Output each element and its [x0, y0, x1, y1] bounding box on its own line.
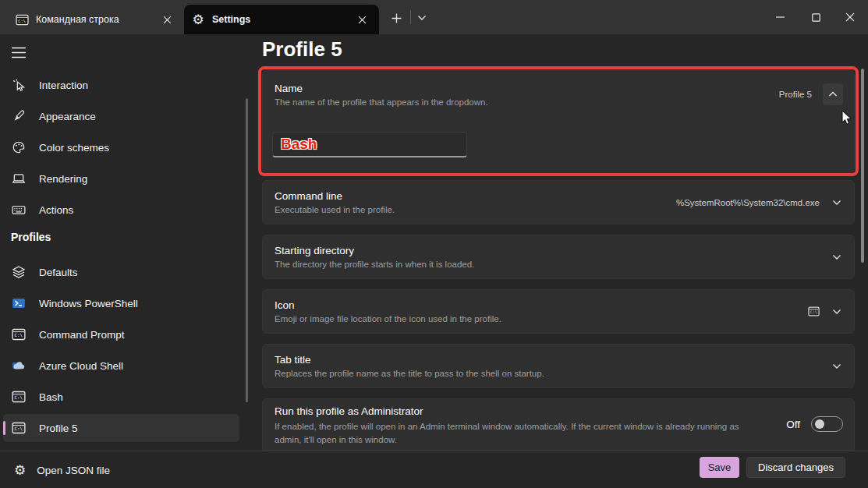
paintbrush-icon — [11, 108, 27, 124]
sidebar-item-profile-5[interactable]: C:\ Profile 5 — [3, 414, 239, 442]
close-icon — [845, 12, 855, 22]
svg-text:C:\: C:\ — [18, 18, 26, 23]
setting-card-name[interactable]: Name The name of the profile that appear… — [262, 69, 855, 174]
new-tab-button[interactable] — [385, 7, 407, 29]
sidebar-item-label: Profile 5 — [39, 423, 78, 434]
tab-settings[interactable]: ⚙ Settings — [184, 5, 379, 34]
azure-cloud-icon — [11, 358, 27, 373]
sidebar-item-color-schemes[interactable]: Color schemes — [0, 132, 245, 163]
admin-toggle-switch[interactable] — [811, 416, 843, 432]
settings-footer: ⚙ Open JSON file Save Discard changes — [0, 451, 868, 488]
open-new-tab-dropdown-button[interactable] — [413, 9, 431, 27]
profile-name-input[interactable] — [272, 132, 467, 157]
close-window-button[interactable] — [832, 0, 868, 34]
chevron-down-icon[interactable] — [831, 196, 843, 209]
navigation-menu-button[interactable] — [8, 41, 36, 64]
interaction-cursor-icon — [11, 77, 27, 93]
settings-main-panel: Profile 5 Name The name of the profile t… — [250, 34, 868, 451]
sidebar-item-label: Defaults — [39, 267, 78, 278]
powershell-icon — [11, 295, 27, 311]
setting-card-command-line[interactable]: Command line Executable used in the prof… — [262, 180, 855, 225]
sidebar-item-interaction[interactable]: Interaction — [0, 69, 245, 101]
save-button[interactable]: Save — [700, 457, 739, 478]
svg-text:C:\: C:\ — [14, 395, 23, 400]
gear-icon: ⚙ — [14, 464, 26, 477]
chevron-down-icon[interactable] — [831, 251, 843, 263]
setting-description: The name of the profile that appears in … — [275, 97, 488, 107]
cmd-icon: C:\ — [11, 327, 27, 342]
profile-icon-preview: C:\ — [808, 306, 820, 317]
collapse-expander-button[interactable] — [823, 83, 843, 105]
setting-card-starting-directory[interactable]: Starting directory The directory the pro… — [262, 235, 855, 279]
laptop-icon — [11, 171, 27, 186]
toggle-state-label: Off — [786, 419, 800, 430]
setting-title: Icon — [275, 299, 501, 311]
layers-icon — [11, 264, 27, 280]
sidebar-item-label: Command Prompt — [39, 329, 125, 341]
setting-title: Command line — [275, 190, 395, 202]
setting-current-value: Profile 5 — [779, 90, 812, 99]
sidebar-item-windows-powershell[interactable]: Windows PowerShell — [0, 288, 245, 319]
sidebar-item-label: Color schemes — [39, 142, 109, 154]
svg-text:C:\: C:\ — [14, 426, 23, 431]
toggle-knob — [815, 419, 824, 429]
sidebar-item-label: Bash — [39, 391, 63, 403]
close-tab-icon[interactable] — [354, 12, 370, 28]
cmd-icon: C:\ — [15, 12, 29, 27]
setting-card-header[interactable]: Name The name of the profile that appear… — [263, 70, 854, 112]
sidebar-item-label: Actions — [39, 204, 73, 216]
sidebar-item-rendering[interactable]: Rendering — [0, 163, 245, 194]
tabbar-divider — [410, 10, 411, 24]
palette-icon — [11, 140, 27, 155]
main-scrollbar[interactable] — [861, 69, 864, 263]
tab-title: Settings — [212, 14, 250, 25]
plus-icon — [391, 13, 402, 23]
titlebar: C:\ Командная строка ⚙ Settings — [0, 0, 868, 34]
sidebar-item-bash[interactable]: C:\ Bash — [0, 381, 245, 412]
minimize-button[interactable] — [762, 0, 798, 34]
sidebar-scrollbar[interactable] — [246, 98, 248, 402]
sidebar-item-label: Rendering — [39, 173, 87, 185]
tab-command-prompt[interactable]: C:\ Командная строка — [8, 5, 184, 34]
open-json-file-label: Open JSON file — [37, 465, 110, 476]
maximize-icon — [812, 13, 820, 22]
chevron-up-icon — [828, 91, 838, 97]
setting-card-icon[interactable]: Icon Emoji or image file location of the… — [262, 289, 855, 334]
discard-changes-button[interactable]: Discard changes — [746, 457, 845, 478]
chevron-down-icon[interactable] — [831, 360, 843, 373]
sidebar-item-command-prompt[interactable]: C:\ Command Prompt — [0, 319, 245, 350]
maximize-button[interactable] — [798, 0, 834, 34]
chevron-down-icon[interactable] — [831, 306, 843, 318]
page-title: Profile 5 — [262, 37, 342, 62]
setting-title: Tab title — [275, 354, 544, 366]
setting-description: The directory the profile starts in when… — [275, 260, 474, 269]
sidebar-item-azure-cloud-shell[interactable]: Azure Cloud Shell — [0, 350, 245, 381]
sidebar-profiles-list: Defaults Windows PowerShell C:\ Command … — [0, 256, 245, 444]
terminal-icon: C:\ — [11, 420, 27, 436]
terminal-icon: C:\ — [11, 389, 27, 405]
svg-text:C:\: C:\ — [810, 309, 817, 314]
setting-description: Replaces the profile name as the title t… — [275, 369, 544, 378]
sidebar-item-label: Windows PowerShell — [39, 298, 138, 309]
settings-sidebar: Interaction Appearance Color schemes Ren… — [0, 34, 250, 451]
setting-title: Run this profile as Administrator — [275, 405, 766, 417]
setting-card-run-as-administrator[interactable]: Run this profile as Administrator If ena… — [262, 398, 855, 451]
sidebar-item-defaults[interactable]: Defaults — [0, 256, 245, 288]
open-json-file-button[interactable]: ⚙ Open JSON file — [8, 458, 116, 483]
chevron-down-icon — [417, 15, 427, 21]
sidebar-nav-list: Interaction Appearance Color schemes Ren… — [0, 69, 245, 225]
keyboard-icon — [11, 202, 27, 217]
setting-card-tab-title[interactable]: Tab title Replaces the profile name as t… — [262, 344, 855, 388]
sidebar-item-label: Appearance — [39, 111, 96, 122]
setting-current-value: %SystemRoot%\System32\cmd.exe — [676, 198, 820, 207]
setting-description: If enabled, the profile will open in an … — [275, 420, 766, 446]
sidebar-item-label: Interaction — [39, 80, 88, 91]
setting-title: Name — [275, 83, 488, 94]
svg-text:C:\: C:\ — [14, 333, 23, 338]
sidebar-item-actions[interactable]: Actions — [0, 194, 245, 225]
sidebar-item-label: Azure Cloud Shell — [39, 360, 123, 372]
setting-description: Executable used in the profile. — [275, 205, 395, 214]
close-tab-icon[interactable] — [159, 12, 175, 28]
sidebar-item-appearance[interactable]: Appearance — [0, 101, 245, 132]
setting-title: Starting directory — [275, 245, 474, 256]
